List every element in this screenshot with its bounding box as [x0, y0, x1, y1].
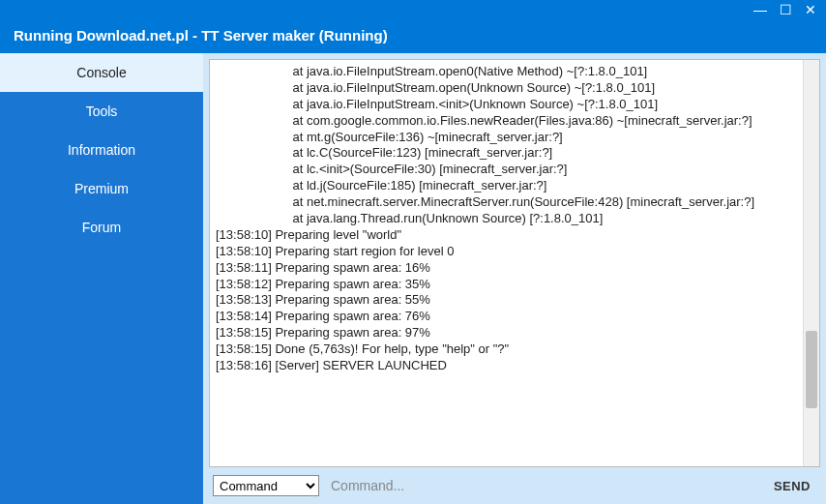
console-output[interactable]: at java.io.FileInputStream.open0(Native …	[210, 60, 803, 466]
send-button[interactable]: SEND	[768, 477, 816, 495]
sidebar-item-label: Tools	[86, 104, 118, 119]
app-window: — ☐ ✕ Running Download.net.pl - TT Serve…	[0, 0, 826, 504]
command-input[interactable]	[327, 476, 760, 495]
command-bar: Command SEND	[209, 467, 820, 498]
sidebar-item-label: Premium	[74, 181, 129, 196]
minimize-icon[interactable]: —	[752, 3, 768, 16]
sidebar-item-label: Information	[68, 142, 135, 158]
window-controls: — ☐ ✕	[0, 0, 826, 19]
console-container: at java.io.FileInputStream.open0(Native …	[209, 59, 820, 467]
sidebar-item-forum[interactable]: Forum	[0, 208, 203, 247]
main-panel: at java.io.FileInputStream.open0(Native …	[203, 53, 826, 504]
app-body: Console Tools Information Premium Forum …	[0, 53, 826, 504]
close-icon[interactable]: ✕	[803, 3, 818, 16]
window-title: Running Download.net.pl - TT Server make…	[0, 19, 826, 53]
sidebar-item-label: Console	[76, 65, 126, 80]
scrollbar[interactable]	[803, 60, 819, 466]
sidebar-item-console[interactable]: Console	[0, 53, 203, 92]
sidebar: Console Tools Information Premium Forum	[0, 53, 203, 504]
sidebar-item-premium[interactable]: Premium	[0, 169, 203, 208]
scroll-thumb[interactable]	[806, 331, 817, 408]
sidebar-item-label: Forum	[82, 220, 121, 235]
command-type-select[interactable]: Command	[213, 475, 319, 496]
sidebar-item-information[interactable]: Information	[0, 131, 203, 169]
sidebar-item-tools[interactable]: Tools	[0, 92, 203, 131]
maximize-icon[interactable]: ☐	[778, 3, 793, 16]
